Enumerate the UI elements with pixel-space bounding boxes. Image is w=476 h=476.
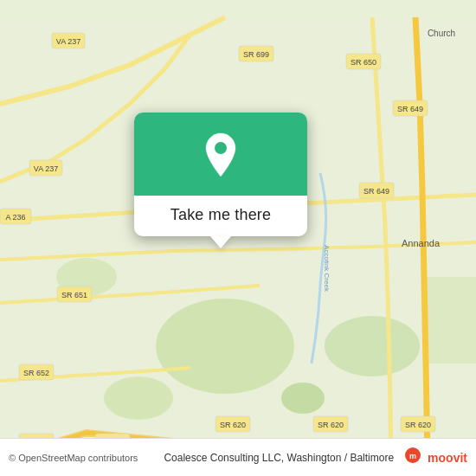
moovit-logo: m moovit [401,446,467,470]
popup-label-area[interactable]: Take me there [134,196,307,236]
svg-point-2 [104,376,173,420]
company-name: Coalesce Consulting LLC, Washington / Ba… [164,452,394,464]
svg-text:Annanda: Annanda [402,238,441,248]
popup-card: Take me there [134,113,307,236]
moovit-text: moovit [428,451,467,465]
svg-point-40 [215,142,227,154]
svg-point-6 [281,383,325,414]
svg-text:SR 620: SR 620 [405,421,431,429]
take-me-there-button[interactable]: Take me there [170,206,271,224]
svg-text:VA 237: VA 237 [56,37,80,46]
svg-point-1 [156,299,294,394]
svg-text:VA 237: VA 237 [34,164,58,173]
bottom-bar: © OpenStreetMap contributors Coalesce Co… [0,438,476,476]
svg-text:SR 699: SR 699 [243,50,269,59]
company-info: Coalesce Consulting LLC, Washington / Ba… [164,446,467,470]
svg-text:SR 652: SR 652 [23,369,49,377]
svg-point-3 [325,316,420,376]
svg-text:A 236: A 236 [5,213,25,222]
map-container: VA 237 VA 237 A 236 SR 699 SR 650 SR 649… [0,0,476,476]
svg-text:SR 651: SR 651 [61,291,87,299]
svg-text:m: m [409,451,416,460]
svg-rect-5 [424,277,476,363]
svg-text:SR 650: SR 650 [351,58,376,67]
location-pin-icon [200,132,241,180]
moovit-icon: m [401,446,425,470]
svg-text:SR 649: SR 649 [363,187,389,196]
popup-tail [210,236,231,248]
svg-text:SR 649: SR 649 [397,105,423,113]
svg-text:Accotink Creek: Accotink Creek [323,245,331,293]
map-svg: VA 237 VA 237 A 236 SR 699 SR 650 SR 649… [0,0,476,476]
popup-green-area [134,113,307,196]
copyright-text: © OpenStreetMap contributors [9,453,164,463]
svg-text:Church: Church [428,29,455,38]
svg-text:SR 620: SR 620 [318,421,344,429]
svg-text:SR 620: SR 620 [220,421,246,429]
